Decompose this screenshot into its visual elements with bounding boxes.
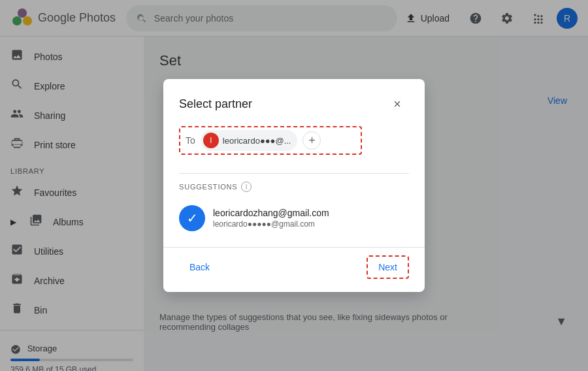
dialog-divider: [179, 173, 409, 174]
dialog-header: Select partner ×: [163, 79, 425, 126]
recipient-avatar: l: [203, 133, 219, 148]
suggestion-info: leoricardozhang@gmail.com leoricardo●●●●…: [213, 208, 329, 229]
recipient-email: leoricardo●●●@...: [223, 136, 291, 146]
suggestion-email: leoricardo●●●●●@gmail.com: [213, 219, 329, 229]
back-button[interactable]: Back: [179, 257, 220, 278]
dialog-footer: Back Next: [163, 247, 425, 292]
info-icon[interactable]: i: [241, 182, 252, 192]
suggestion-check-icon: ✓: [179, 205, 205, 231]
select-partner-dialog: Select partner × To l leoricardo●●●@... …: [163, 79, 425, 292]
to-label: To: [186, 135, 195, 146]
next-button[interactable]: Next: [367, 255, 409, 279]
close-icon: ×: [393, 97, 401, 112]
recipient-chip[interactable]: l leoricardo●●●@...: [201, 130, 298, 151]
suggestions-label: SUGGESTIONS i: [179, 182, 409, 192]
add-recipient-button[interactable]: +: [302, 131, 321, 150]
overlay: Select partner × To l leoricardo●●●@... …: [0, 0, 588, 371]
dialog-body: To l leoricardo●●●@... + SUGGESTIONS i: [163, 126, 425, 247]
suggestion-name: leoricardozhang@gmail.com: [213, 208, 329, 218]
add-icon: +: [308, 134, 316, 148]
suggestion-item[interactable]: ✓ leoricardozhang@gmail.com leoricardo●●…: [179, 200, 409, 236]
to-field-wrapper[interactable]: To l leoricardo●●●@... +: [179, 126, 362, 155]
close-button[interactable]: ×: [385, 92, 409, 116]
dialog-title: Select partner: [179, 97, 252, 111]
